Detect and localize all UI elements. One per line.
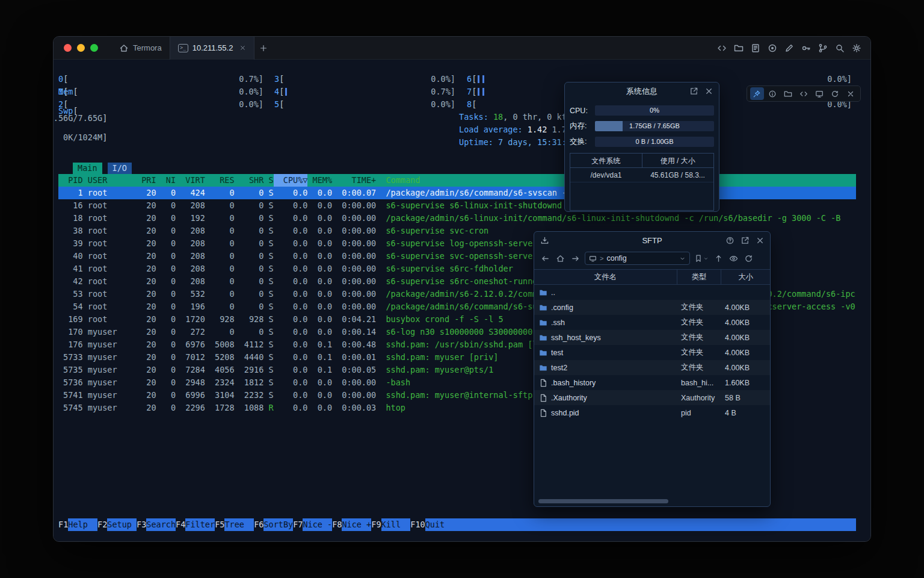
file-name-text: .ssh [551,319,565,327]
branch-button[interactable] [818,43,828,53]
display-button[interactable] [813,87,827,100]
file-row[interactable]: ssh_host_keys文件夹4.00KB [534,330,770,345]
memory-meter-value: 1.56G/7.65G] [53,112,107,125]
help-button[interactable] [725,236,735,245]
cell-s: S [263,338,273,351]
settings-button[interactable] [851,43,861,53]
process-table-header[interactable]: PID USER PRI NI VIRT RES SHR S CPU%▽ MEM… [58,174,856,187]
fkey-action-nice+[interactable]: Nice + [342,518,371,531]
upload-button[interactable] [713,253,724,264]
column-filesize[interactable]: 大小 [721,269,770,285]
fkey-action-setup[interactable]: Setup [107,518,137,531]
sftp-titlebar[interactable]: SFTP [534,232,770,249]
column-ni[interactable]: NI [156,174,176,187]
file-row[interactable]: .XauthorityXauthority58 B [534,390,770,405]
open-in-window-button[interactable] [689,87,698,96]
refresh-button[interactable] [743,253,754,264]
close-panel-button[interactable] [704,87,713,96]
minimize-window-button[interactable] [77,44,85,52]
file-row[interactable]: test文件夹4.00KB [534,345,770,360]
fkey-action-filter[interactable]: Filter [185,518,215,531]
refresh-button[interactable] [828,87,842,100]
column-res[interactable]: RES [205,174,235,187]
fkey-action-tree[interactable]: Tree [224,518,254,531]
code-button[interactable] [716,43,727,53]
file-table-header[interactable]: 文件名 类型 大小 [534,269,770,285]
folder-button[interactable] [781,87,795,100]
edit-button[interactable] [784,43,794,53]
back-button[interactable] [540,253,550,264]
close-panel-button[interactable] [756,236,765,245]
column-filetype[interactable]: 类型 [677,269,721,285]
htop-tab-io[interactable]: I/O [108,163,132,174]
column-filename[interactable]: 文件名 [534,272,677,282]
folder-icon [734,43,744,53]
zoom-window-button[interactable] [90,44,98,52]
chevron-down-icon[interactable] [679,255,686,262]
cell-pri: 20 [132,250,156,263]
fkey-action-nice-[interactable]: Nice - [303,518,332,531]
file-row[interactable]: .config文件夹4.00KB [534,300,770,315]
column-time[interactable]: TIME+ [332,174,376,187]
column-cpu-sort[interactable]: CPU%▽ [274,174,308,187]
file-row[interactable]: .. [534,285,770,300]
code-button[interactable] [797,87,811,100]
close-button[interactable] [844,87,858,100]
key-button[interactable] [801,43,811,53]
file-row[interactable]: sshd.pidpid4 B [534,405,770,420]
horizontal-scrollbar[interactable] [537,499,768,503]
cell-cpu: 0.0 [274,275,308,288]
file-row[interactable]: .bash_historybash_hi...1.60KB [534,375,770,390]
bookmarks-button[interactable] [694,254,709,263]
cpu-meter-value: 0.0%] [827,73,852,85]
cell-time: 0:00.00 [332,250,376,263]
column-pri[interactable]: PRI [132,174,156,187]
column-pid[interactable]: PID [58,174,83,187]
column-shr[interactable]: SHR [235,174,264,187]
folder-fill-icon [539,349,547,357]
cell-ni: 0 [156,225,176,237]
file-row[interactable]: .ssh文件夹4.00KB [534,315,770,330]
cell-pid: 39 [58,237,83,250]
pin-button[interactable] [750,87,764,100]
info-button[interactable] [766,87,780,100]
journal-button[interactable] [750,43,760,53]
cell-user: myuser [83,376,132,389]
cell-virt: 1720 [176,313,205,326]
fkey-action-kill[interactable]: Kill [381,518,411,531]
fkey-action-sortby[interactable]: SortBy [263,518,293,531]
home-icon [119,43,129,53]
path-breadcrumb[interactable]: > config [585,252,690,265]
tab-close-button[interactable] [239,45,246,51]
fkey-action-help[interactable]: Help [68,518,97,531]
process-row[interactable]: 1root20042400S0.00.00:00.07/package/admi… [58,187,856,199]
process-row[interactable]: 16root20020800S0.00.00:00.00s6-supervise… [58,199,856,212]
new-tab-button[interactable] [254,37,273,60]
tab-ssh-host[interactable]: >_ 10.211.55.2 [170,37,255,60]
record-button[interactable] [767,43,777,53]
cell-ni: 0 [156,313,176,326]
column-mem[interactable]: MEM% [307,174,332,187]
forward-button[interactable] [570,253,581,264]
fkey-action-search[interactable]: Search [146,518,176,531]
open-in-window-button[interactable] [741,236,750,245]
column-user[interactable]: USER [83,174,132,187]
process-row[interactable]: 18root20019200S0.00.00:00.00/package/adm… [58,212,856,225]
scrollbar-thumb[interactable] [538,499,668,503]
cell-pid: 169 [58,313,83,326]
column-virt[interactable]: VIRT [176,174,205,187]
folder-button[interactable] [733,43,744,53]
cpu-meter-0: 0[0.7%] [58,73,263,85]
close-window-button[interactable] [64,44,72,52]
tab-termora[interactable]: Termora [111,37,170,60]
fkey-action-quit[interactable]: Quit [425,518,455,531]
show-hidden-files-button[interactable] [728,253,739,264]
file-type: Xauthority [677,394,721,402]
column-state[interactable]: S [263,174,273,187]
cell-shr: 0 [235,187,264,199]
home-button[interactable] [555,253,565,264]
system-info-titlebar[interactable]: 系统信息 [565,82,719,100]
search-button[interactable] [834,43,845,53]
file-row[interactable]: test2文件夹4.00KB [534,360,770,375]
cell-mem: 0.0 [307,376,332,389]
